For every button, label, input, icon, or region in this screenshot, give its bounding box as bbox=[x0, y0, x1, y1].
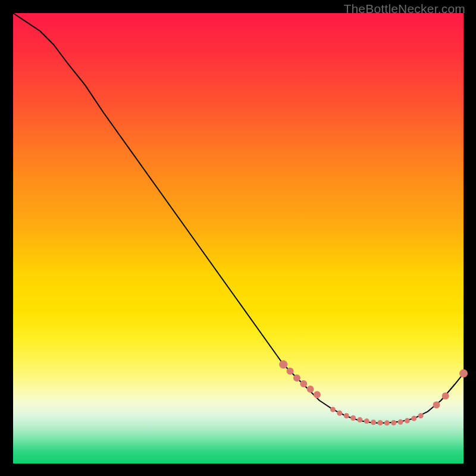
marker-point bbox=[391, 420, 396, 425]
chart-stage: TheBottleNecker.com bbox=[0, 0, 476, 476]
marker-point bbox=[314, 391, 321, 398]
marker-point bbox=[405, 418, 410, 424]
marker-point bbox=[377, 420, 383, 425]
marker-point bbox=[442, 392, 449, 399]
marker-points-group bbox=[279, 360, 468, 425]
marker-point bbox=[418, 413, 424, 418]
marker-point bbox=[330, 407, 336, 412]
marker-point bbox=[350, 415, 356, 421]
marker-point bbox=[337, 411, 342, 416]
bottleneck-curve bbox=[13, 13, 464, 423]
marker-point bbox=[293, 374, 300, 381]
marker-point bbox=[307, 386, 314, 393]
marker-point bbox=[433, 402, 440, 409]
marker-point bbox=[398, 419, 403, 425]
marker-point bbox=[384, 420, 390, 425]
marker-point bbox=[287, 368, 294, 375]
marker-point bbox=[357, 417, 362, 422]
marker-point bbox=[411, 416, 416, 421]
marker-point bbox=[459, 369, 468, 378]
marker-point bbox=[300, 380, 307, 387]
marker-point bbox=[279, 360, 287, 368]
marker-point bbox=[371, 419, 376, 425]
marker-point bbox=[364, 418, 369, 424]
marker-point bbox=[344, 413, 349, 418]
chart-overlay-svg bbox=[13, 13, 464, 464]
